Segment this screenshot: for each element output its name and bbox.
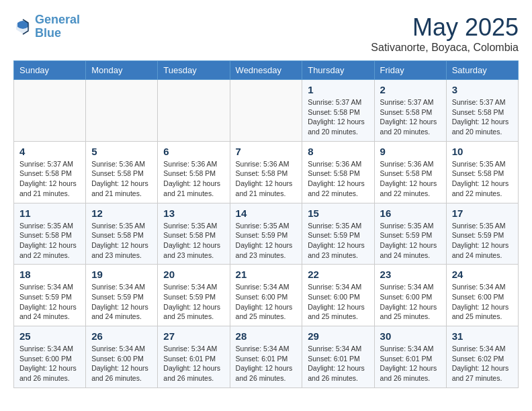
- day-number: 1: [308, 84, 368, 95]
- day-info: Sunrise: 5:34 AM Sunset: 6:01 PM Dayligh…: [163, 344, 224, 383]
- day-number: 27: [163, 330, 224, 342]
- weekday-header-monday: Monday: [86, 61, 158, 80]
- day-info: Sunrise: 5:36 AM Sunset: 5:58 PM Dayligh…: [163, 159, 224, 199]
- day-info: Sunrise: 5:34 AM Sunset: 6:01 PM Dayligh…: [308, 344, 368, 383]
- day-number: 12: [91, 208, 152, 219]
- calendar-cell: 2Sunrise: 5:37 AM Sunset: 5:58 PM Daylig…: [374, 80, 446, 142]
- day-number: 19: [91, 269, 152, 280]
- day-info: Sunrise: 5:35 AM Sunset: 5:58 PM Dayligh…: [19, 221, 80, 261]
- day-info: Sunrise: 5:35 AM Sunset: 5:58 PM Dayligh…: [91, 221, 152, 261]
- day-info: Sunrise: 5:35 AM Sunset: 5:58 PM Dayligh…: [163, 221, 224, 261]
- weekday-header-saturday: Saturday: [446, 61, 518, 80]
- calendar-cell: 27Sunrise: 5:34 AM Sunset: 6:01 PM Dayli…: [158, 326, 230, 388]
- day-number: 15: [308, 208, 368, 219]
- day-number: 28: [236, 330, 297, 342]
- day-number: 25: [19, 330, 80, 342]
- day-number: 6: [163, 146, 224, 157]
- day-info: Sunrise: 5:36 AM Sunset: 5:58 PM Dayligh…: [236, 159, 297, 199]
- calendar-cell: 31Sunrise: 5:34 AM Sunset: 6:02 PM Dayli…: [446, 326, 518, 388]
- logo: General Blue: [13, 13, 80, 40]
- month-title: May 2025: [371, 13, 519, 42]
- weekday-header-thursday: Thursday: [302, 61, 374, 80]
- weekday-header-friday: Friday: [374, 61, 446, 80]
- calendar-cell: 28Sunrise: 5:34 AM Sunset: 6:01 PM Dayli…: [230, 326, 302, 388]
- calendar-cell: [230, 80, 302, 142]
- day-number: 8: [308, 146, 368, 157]
- day-number: 2: [380, 84, 441, 95]
- calendar-cell: 10Sunrise: 5:35 AM Sunset: 5:58 PM Dayli…: [446, 141, 518, 203]
- calendar-cell: 23Sunrise: 5:34 AM Sunset: 6:00 PM Dayli…: [374, 265, 446, 326]
- calendar-cell: 11Sunrise: 5:35 AM Sunset: 5:58 PM Dayli…: [14, 203, 86, 265]
- day-info: Sunrise: 5:35 AM Sunset: 5:59 PM Dayligh…: [308, 221, 368, 261]
- calendar-cell: 25Sunrise: 5:34 AM Sunset: 6:00 PM Dayli…: [14, 326, 86, 388]
- day-info: Sunrise: 5:37 AM Sunset: 5:58 PM Dayligh…: [452, 97, 513, 137]
- day-info: Sunrise: 5:34 AM Sunset: 6:00 PM Dayligh…: [236, 282, 297, 322]
- weekday-header-wednesday: Wednesday: [230, 61, 302, 80]
- day-number: 22: [308, 269, 368, 280]
- calendar-cell: 19Sunrise: 5:34 AM Sunset: 5:59 PM Dayli…: [86, 265, 158, 326]
- calendar-cell: 24Sunrise: 5:34 AM Sunset: 6:00 PM Dayli…: [446, 265, 518, 326]
- day-info: Sunrise: 5:34 AM Sunset: 6:00 PM Dayligh…: [380, 282, 441, 322]
- calendar-cell: 16Sunrise: 5:35 AM Sunset: 5:59 PM Dayli…: [374, 203, 446, 265]
- calendar-cell: 21Sunrise: 5:34 AM Sunset: 6:00 PM Dayli…: [230, 265, 302, 326]
- week-row-5: 25Sunrise: 5:34 AM Sunset: 6:00 PM Dayli…: [14, 326, 519, 388]
- day-info: Sunrise: 5:35 AM Sunset: 5:58 PM Dayligh…: [452, 159, 513, 199]
- day-info: Sunrise: 5:34 AM Sunset: 5:59 PM Dayligh…: [163, 282, 224, 322]
- day-number: 10: [452, 146, 513, 157]
- day-number: 14: [236, 208, 297, 219]
- calendar-cell: [86, 80, 158, 142]
- day-number: 17: [452, 208, 513, 219]
- weekday-header-sunday: Sunday: [14, 61, 86, 80]
- day-info: Sunrise: 5:34 AM Sunset: 6:00 PM Dayligh…: [91, 344, 152, 383]
- day-info: Sunrise: 5:34 AM Sunset: 5:59 PM Dayligh…: [91, 282, 152, 322]
- day-number: 20: [163, 269, 224, 280]
- calendar-cell: 26Sunrise: 5:34 AM Sunset: 6:00 PM Dayli…: [86, 326, 158, 388]
- day-info: Sunrise: 5:37 AM Sunset: 5:58 PM Dayligh…: [308, 97, 368, 137]
- day-number: 13: [163, 208, 224, 219]
- week-row-4: 18Sunrise: 5:34 AM Sunset: 5:59 PM Dayli…: [14, 265, 519, 326]
- calendar-table: SundayMondayTuesdayWednesdayThursdayFrid…: [13, 60, 519, 388]
- calendar-cell: 22Sunrise: 5:34 AM Sunset: 6:00 PM Dayli…: [302, 265, 374, 326]
- calendar-cell: 14Sunrise: 5:35 AM Sunset: 5:59 PM Dayli…: [230, 203, 302, 265]
- day-info: Sunrise: 5:37 AM Sunset: 5:58 PM Dayligh…: [19, 159, 80, 199]
- day-info: Sunrise: 5:34 AM Sunset: 6:01 PM Dayligh…: [380, 344, 441, 383]
- week-row-3: 11Sunrise: 5:35 AM Sunset: 5:58 PM Dayli…: [14, 203, 519, 265]
- day-number: 26: [91, 330, 152, 342]
- calendar-cell: 5Sunrise: 5:36 AM Sunset: 5:58 PM Daylig…: [86, 141, 158, 203]
- day-info: Sunrise: 5:36 AM Sunset: 5:58 PM Dayligh…: [91, 159, 152, 199]
- weekday-header-row: SundayMondayTuesdayWednesdayThursdayFrid…: [14, 61, 519, 80]
- day-info: Sunrise: 5:34 AM Sunset: 6:01 PM Dayligh…: [236, 344, 297, 383]
- day-info: Sunrise: 5:34 AM Sunset: 6:02 PM Dayligh…: [452, 344, 513, 383]
- calendar-cell: 18Sunrise: 5:34 AM Sunset: 5:59 PM Dayli…: [14, 265, 86, 326]
- week-row-2: 4Sunrise: 5:37 AM Sunset: 5:58 PM Daylig…: [14, 141, 519, 203]
- day-number: 29: [308, 330, 368, 342]
- calendar-cell: 8Sunrise: 5:36 AM Sunset: 5:58 PM Daylig…: [302, 141, 374, 203]
- day-info: Sunrise: 5:34 AM Sunset: 6:00 PM Dayligh…: [308, 282, 368, 322]
- day-info: Sunrise: 5:34 AM Sunset: 6:00 PM Dayligh…: [19, 344, 80, 383]
- calendar-cell: 3Sunrise: 5:37 AM Sunset: 5:58 PM Daylig…: [446, 80, 518, 142]
- calendar-cell: 15Sunrise: 5:35 AM Sunset: 5:59 PM Dayli…: [302, 203, 374, 265]
- calendar-cell: 9Sunrise: 5:36 AM Sunset: 5:58 PM Daylig…: [374, 141, 446, 203]
- day-number: 4: [19, 146, 80, 157]
- calendar-cell: 13Sunrise: 5:35 AM Sunset: 5:58 PM Dayli…: [158, 203, 230, 265]
- calendar-cell: 20Sunrise: 5:34 AM Sunset: 5:59 PM Dayli…: [158, 265, 230, 326]
- day-number: 30: [380, 330, 441, 342]
- day-info: Sunrise: 5:36 AM Sunset: 5:58 PM Dayligh…: [380, 159, 441, 199]
- calendar-cell: 6Sunrise: 5:36 AM Sunset: 5:58 PM Daylig…: [158, 141, 230, 203]
- day-number: 16: [380, 208, 441, 219]
- day-number: 11: [19, 208, 80, 219]
- day-number: 9: [380, 146, 441, 157]
- calendar-cell: 12Sunrise: 5:35 AM Sunset: 5:58 PM Dayli…: [86, 203, 158, 265]
- day-number: 24: [452, 269, 513, 280]
- day-number: 21: [236, 269, 297, 280]
- week-row-1: 1Sunrise: 5:37 AM Sunset: 5:58 PM Daylig…: [14, 80, 519, 142]
- title-block: May 2025 Sativanorte, Boyaca, Colombia: [371, 13, 519, 54]
- day-number: 7: [236, 146, 297, 157]
- calendar-cell: 30Sunrise: 5:34 AM Sunset: 6:01 PM Dayli…: [374, 326, 446, 388]
- day-number: 18: [19, 269, 80, 280]
- weekday-header-tuesday: Tuesday: [158, 61, 230, 80]
- calendar-cell: [14, 80, 86, 142]
- page-header: General Blue May 2025 Sativanorte, Boyac…: [13, 13, 519, 54]
- day-info: Sunrise: 5:35 AM Sunset: 5:59 PM Dayligh…: [452, 221, 513, 261]
- location-subtitle: Sativanorte, Boyaca, Colombia: [371, 42, 519, 54]
